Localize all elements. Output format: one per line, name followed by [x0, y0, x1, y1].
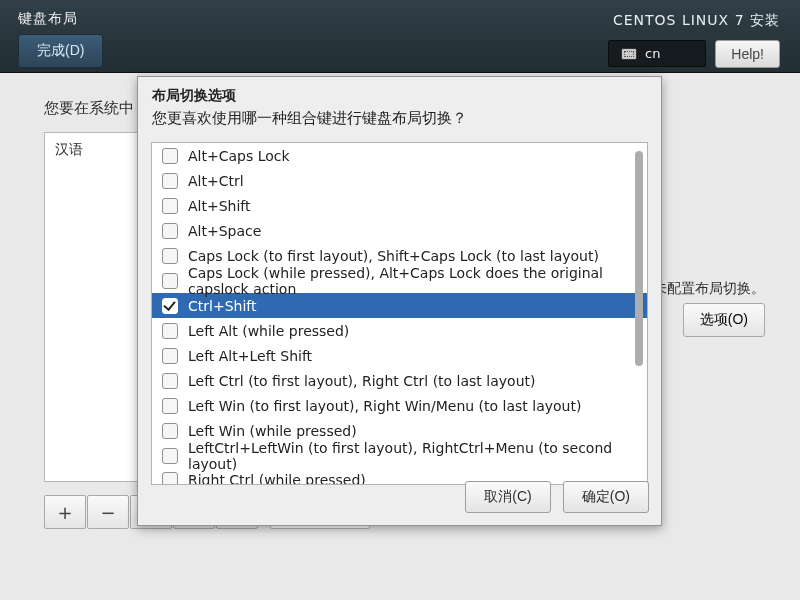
- option-row[interactable]: Alt+Caps Lock: [152, 143, 647, 168]
- option-label: Left Win (to first layout), Right Win/Me…: [188, 398, 581, 414]
- dialog-header: 布局切换选项 您更喜欢使用哪一种组合键进行键盘布局切换？: [138, 77, 661, 134]
- option-label: Caps Lock (to first layout), Shift+Caps …: [188, 248, 599, 264]
- checkbox[interactable]: [162, 248, 178, 264]
- scrollbar-thumb[interactable]: [635, 151, 643, 366]
- option-row[interactable]: Alt+Shift: [152, 193, 647, 218]
- switch-status-text: 未配置布局切换。: [653, 280, 765, 298]
- checkbox[interactable]: [162, 273, 178, 289]
- page-title: 键盘布局: [18, 10, 78, 28]
- option-row[interactable]: Alt+Space: [152, 218, 647, 243]
- done-button[interactable]: 完成(D): [18, 34, 103, 68]
- checkbox[interactable]: [162, 472, 178, 485]
- layout-switch-dialog: 布局切换选项 您更喜欢使用哪一种组合键进行键盘布局切换？ Alt+Caps Lo…: [137, 76, 662, 526]
- installer-header: 键盘布局 完成(D) CENTOS LINUX 7 安装 cn Help!: [0, 0, 800, 73]
- option-label: Left Alt (while pressed): [188, 323, 349, 339]
- checkbox[interactable]: [162, 423, 178, 439]
- option-label: Alt+Shift: [188, 198, 251, 214]
- dialog-button-row: 取消(C) 确定(O): [465, 481, 649, 513]
- option-row[interactable]: Caps Lock (while pressed), Alt+Caps Lock…: [152, 268, 647, 293]
- checkbox[interactable]: [162, 373, 178, 389]
- checkbox[interactable]: [162, 148, 178, 164]
- checkbox[interactable]: [162, 448, 178, 464]
- option-label: Alt+Caps Lock: [188, 148, 290, 164]
- minus-icon: −: [100, 502, 115, 523]
- option-row[interactable]: Alt+Ctrl: [152, 168, 647, 193]
- install-title: CENTOS LINUX 7 安装: [613, 12, 780, 30]
- checkbox[interactable]: [162, 198, 178, 214]
- checkbox[interactable]: [162, 298, 178, 314]
- help-button[interactable]: Help!: [715, 40, 780, 68]
- plus-icon: +: [57, 502, 72, 523]
- option-label: Ctrl+Shift: [188, 298, 256, 314]
- checkbox[interactable]: [162, 223, 178, 239]
- cancel-button[interactable]: 取消(C): [465, 481, 550, 513]
- checkbox[interactable]: [162, 348, 178, 364]
- option-label: Left Alt+Left Shift: [188, 348, 312, 364]
- option-label: Alt+Ctrl: [188, 173, 244, 189]
- dialog-title: 布局切换选项: [152, 87, 647, 105]
- language-code: cn: [645, 46, 660, 61]
- option-row[interactable]: Ctrl+Shift: [152, 293, 647, 318]
- checkbox[interactable]: [162, 173, 178, 189]
- scrollbar-track[interactable]: [637, 147, 645, 480]
- dialog-subtitle: 您更喜欢使用哪一种组合键进行键盘布局切换？: [152, 109, 647, 128]
- add-layout-button[interactable]: +: [44, 495, 86, 529]
- option-row[interactable]: LeftCtrl+LeftWin (to first layout), Righ…: [152, 443, 647, 468]
- keyboard-icon: [621, 48, 637, 60]
- option-row[interactable]: Left Alt+Left Shift: [152, 343, 647, 368]
- option-label: Alt+Space: [188, 223, 261, 239]
- option-label: Caps Lock (while pressed), Alt+Caps Lock…: [188, 265, 637, 297]
- option-row[interactable]: Left Win (to first layout), Right Win/Me…: [152, 393, 647, 418]
- option-label: Right Ctrl (while pressed): [188, 472, 366, 485]
- option-label: Left Win (while pressed): [188, 423, 357, 439]
- layout-switch-options-button[interactable]: 选项(O): [683, 303, 765, 337]
- input-language-indicator[interactable]: cn: [608, 40, 706, 67]
- remove-layout-button[interactable]: −: [87, 495, 129, 529]
- option-label: LeftCtrl+LeftWin (to first layout), Righ…: [188, 440, 637, 472]
- ok-button[interactable]: 确定(O): [563, 481, 649, 513]
- checkbox[interactable]: [162, 323, 178, 339]
- option-row[interactable]: Left Ctrl (to first layout), Right Ctrl …: [152, 368, 647, 393]
- checkbox[interactable]: [162, 398, 178, 414]
- option-row[interactable]: Left Alt (while pressed): [152, 318, 647, 343]
- option-label: Left Ctrl (to first layout), Right Ctrl …: [188, 373, 535, 389]
- options-list[interactable]: Alt+Caps LockAlt+CtrlAlt+ShiftAlt+SpaceC…: [151, 142, 648, 485]
